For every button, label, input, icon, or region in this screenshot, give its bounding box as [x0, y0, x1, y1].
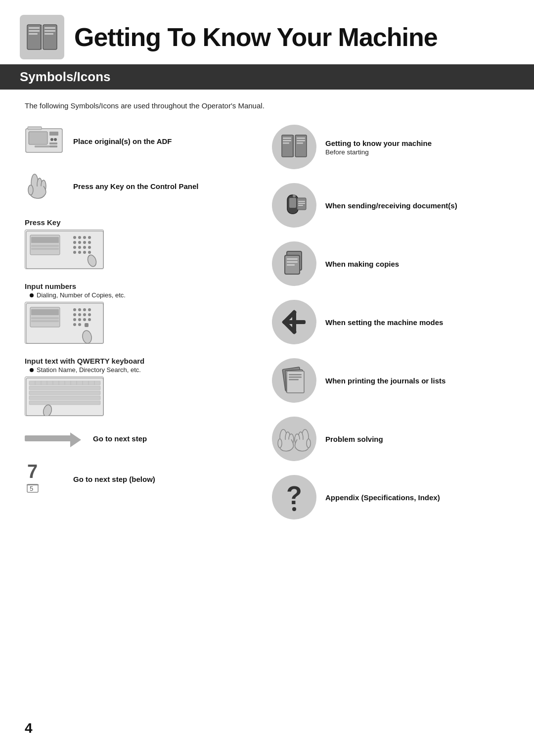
list-item: Input text with QWERTY keyboard Station … — [25, 354, 272, 416]
svg-point-47 — [83, 308, 86, 311]
svg-rect-63 — [31, 320, 59, 322]
svg-rect-5 — [29, 33, 38, 35]
input-numbers-bullet: Dialing, Number of Copies, etc. — [30, 291, 272, 299]
sending-receiving-text: When sending/receiving document(s) — [325, 200, 519, 211]
svg-rect-67 — [29, 386, 100, 390]
svg-point-56 — [88, 318, 91, 321]
input-numbers-header: Input numbers — [25, 282, 272, 290]
svg-rect-7 — [44, 30, 55, 32]
book-circle-icon — [272, 125, 316, 169]
list-item: Getting to know your machine Before star… — [272, 125, 519, 169]
list-item: Press any Key on the Control Panel — [25, 169, 272, 205]
list-item: Go to next step — [25, 431, 272, 446]
svg-point-29 — [83, 241, 86, 244]
list-item: When setting the machine modes — [272, 300, 519, 344]
svg-point-25 — [83, 236, 86, 239]
list-item: Problem solving — [272, 417, 519, 461]
sending-receiving-label: When sending/receiving document(s) — [325, 200, 519, 211]
input-text-sublabel: Station Name, Directory Search, etc. — [37, 366, 141, 374]
svg-rect-106 — [287, 261, 298, 263]
svg-rect-91 — [283, 140, 291, 142]
input-text-bullet: Station Name, Directory Search, etc. — [30, 366, 272, 374]
svg-rect-40 — [31, 237, 59, 243]
svg-rect-6 — [44, 27, 55, 29]
main-content: Place original(s) on the ADF Press any K… — [0, 115, 534, 543]
go-next-step-label: Go to next step — [93, 434, 147, 443]
svg-rect-11 — [49, 132, 58, 136]
printing-journals-text: When printing the journals or lists — [325, 376, 519, 386]
hands-circle-icon — [272, 417, 316, 461]
svg-point-34 — [88, 246, 91, 249]
intro-text: The following Symbols/Icons are used thr… — [0, 90, 534, 115]
svg-point-21 — [28, 185, 33, 195]
copy-circle-icon — [272, 241, 316, 286]
svg-rect-92 — [283, 142, 289, 144]
svg-rect-61 — [31, 309, 59, 315]
svg-rect-93 — [297, 138, 305, 139]
adf-label: Place original(s) on the ADF — [73, 137, 172, 145]
svg-point-33 — [83, 246, 86, 249]
appendix-label: Appendix (Specifications, Index) — [325, 492, 519, 503]
svg-point-24 — [78, 236, 81, 239]
subtitle-bar: Symbols/Icons — [0, 64, 534, 90]
svg-point-38 — [88, 251, 91, 254]
input-numbers-sublabel: Dialing, Number of Copies, etc. — [37, 291, 126, 299]
svg-point-30 — [88, 241, 91, 244]
svg-rect-10 — [29, 132, 47, 144]
goto-below-icon: 7 5 — [25, 461, 64, 497]
getting-to-know-label: Getting to know your machine — [325, 138, 519, 148]
svg-rect-117 — [289, 379, 299, 380]
svg-point-121 — [278, 439, 282, 448]
svg-point-45 — [73, 308, 76, 311]
svg-point-49 — [73, 313, 76, 316]
svg-rect-17 — [49, 145, 57, 147]
arrow-icon — [25, 431, 84, 446]
list-item: ? Appendix (Specifications, Index) — [272, 475, 519, 520]
svg-point-27 — [73, 241, 76, 244]
list-item: When making copies — [272, 241, 519, 286]
getting-to-know-text: Getting to know your machine Before star… — [325, 138, 519, 156]
adf-icon — [25, 125, 64, 157]
svg-rect-105 — [287, 258, 298, 260]
svg-rect-101 — [298, 205, 303, 206]
left-column: Place original(s) on the ADF Press any K… — [25, 125, 272, 533]
svg-rect-107 — [287, 264, 295, 266]
settings-circle-icon — [272, 300, 316, 344]
appendix-text: Appendix (Specifications, Index) — [325, 492, 519, 503]
list-item: Place original(s) on the ADF — [25, 125, 272, 159]
print-circle-icon — [272, 358, 316, 403]
printing-journals-label: When printing the journals or lists — [325, 376, 519, 386]
page-number: 4 — [25, 720, 33, 736]
svg-point-52 — [88, 313, 91, 316]
svg-point-54 — [78, 318, 81, 321]
svg-point-51 — [83, 313, 86, 316]
svg-rect-8 — [44, 33, 53, 35]
svg-text:5: 5 — [30, 485, 33, 492]
svg-rect-16 — [49, 142, 57, 144]
machine-numpad-image — [25, 302, 104, 344]
svg-rect-68 — [29, 391, 100, 395]
svg-rect-100 — [298, 203, 305, 204]
go-next-step-below-label: Go to next step (below) — [73, 475, 155, 483]
svg-rect-41 — [31, 245, 59, 247]
header-book-icon — [20, 15, 64, 59]
machine-qwerty-image — [25, 377, 104, 416]
svg-rect-3 — [29, 27, 40, 29]
svg-point-125 — [307, 439, 311, 448]
page-header: Getting To Know Your Machine — [0, 0, 534, 64]
svg-point-58 — [78, 323, 81, 326]
making-copies-text: When making copies — [325, 259, 519, 269]
svg-rect-115 — [289, 374, 302, 376]
svg-point-32 — [78, 246, 81, 249]
question-circle-icon: ? — [272, 475, 316, 520]
svg-rect-99 — [298, 201, 305, 202]
svg-point-23 — [73, 236, 76, 239]
svg-point-127 — [292, 507, 296, 511]
list-item: Press Key — [25, 215, 272, 269]
svg-rect-95 — [297, 142, 303, 144]
svg-rect-42 — [31, 248, 59, 250]
svg-rect-14 — [28, 127, 42, 130]
svg-point-35 — [73, 251, 76, 254]
list-item: When sending/receiving document(s) — [272, 183, 519, 228]
list-item: When printing the journals or lists — [272, 358, 519, 403]
